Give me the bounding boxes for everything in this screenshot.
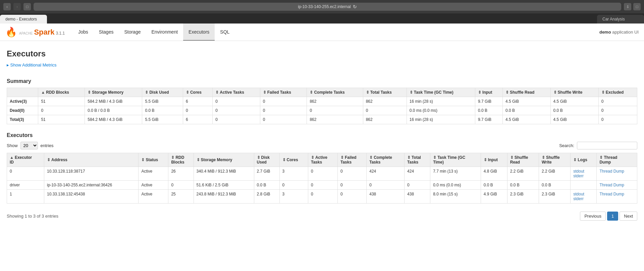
main-nav: Jobs Stages Storage Environment Executor… <box>73 24 235 41</box>
exec-cell: 0 <box>367 181 405 190</box>
page-1-button[interactable]: 1 <box>607 212 618 221</box>
address-bar: ip-10-33-140-255.ec2.internal ↻ <box>34 3 621 11</box>
search-input[interactable] <box>577 142 637 149</box>
summary-cell: 4.5 GiB <box>550 97 598 106</box>
summary-cell: 0.0 ms (0.0 ms) <box>407 106 475 115</box>
log-link[interactable]: stdout <box>573 192 594 196</box>
summary-th-active-tasks[interactable]: ⇕Active Tasks <box>213 88 260 97</box>
summary-cell: Active(3) <box>7 97 38 106</box>
nav-sql[interactable]: SQL <box>215 24 235 41</box>
exec-th-total-tasks[interactable]: ⇕TotalTasks <box>405 153 430 167</box>
back-button[interactable]: ‹ <box>3 3 11 10</box>
summary-th-rdd-blocks[interactable]: ▲RDD Blocks <box>38 88 85 97</box>
nav-stages[interactable]: Stages <box>94 24 119 41</box>
thread-dump-link[interactable]: Thread Dump <box>599 183 624 187</box>
log-link[interactable]: stdout <box>573 169 594 174</box>
show-metrics-link[interactable]: ▸ Show Additional Metrics <box>7 62 57 67</box>
executors-heading: Executors <box>7 132 637 138</box>
summary-th-cores[interactable]: ⇕Cores <box>183 88 212 97</box>
tab-car-analysis[interactable]: Car Analysis <box>597 15 644 24</box>
exec-th-storage-memory[interactable]: ⇕Storage Memory <box>194 153 254 167</box>
summary-table-row: Dead(0)00.0 B / 0.0 B0.0 B000000.0 ms (0… <box>7 106 637 115</box>
summary-th-excluded[interactable]: ⇕Excluded <box>598 88 637 97</box>
executor-table-row: driverip-10-33-140-255.ec2.internal:3642… <box>7 181 637 190</box>
exec-cell: 0.0 B <box>481 181 507 190</box>
exec-cell: 438 <box>405 190 430 204</box>
exec-cell: 438 <box>367 190 405 204</box>
exec-th-complete-tasks[interactable]: ⇕CompleteTasks <box>367 153 405 167</box>
summary-cell: 0 <box>598 106 637 115</box>
exec-th-rdd-blocks[interactable]: ⇕RDDBlocks <box>168 153 194 167</box>
page-title: Executors <box>7 49 637 58</box>
tab-demo-executors[interactable]: demo - Executors <box>0 15 47 24</box>
summary-cell: 9.7 GiB <box>475 97 503 106</box>
exec-th-thread-dump[interactable]: ⇕ThreadDump <box>597 153 637 167</box>
exec-th-shuffle-write[interactable]: ⇕ShuffleWrite <box>539 153 571 167</box>
exec-th-logs[interactable]: ⇕Logs <box>571 153 597 167</box>
summary-cell: 0 <box>363 106 407 115</box>
exec-cell: 0 <box>337 190 366 204</box>
tab-car-analysis-label: Car Analysis <box>602 17 625 21</box>
forward-button[interactable]: › <box>13 3 21 10</box>
exec-th-active-tasks[interactable]: ⇕ActiveTasks <box>308 153 337 167</box>
previous-button[interactable]: Previous <box>580 212 606 221</box>
exec-th-task-time[interactable]: ⇕Task Time (GCTime) <box>430 153 481 167</box>
nav-executors[interactable]: Executors <box>183 24 215 41</box>
main-content: Executors ▸ Show Additional Metrics Summ… <box>0 41 644 271</box>
exec-th-cores[interactable]: ⇕Cores <box>279 153 308 167</box>
entries-label: entries <box>41 143 54 148</box>
exec-cell: 25 <box>168 190 194 204</box>
spark-logo: 🔥 APACHE Spark 3.1.1 <box>5 27 65 38</box>
exec-thread-dump-cell: Thread Dump <box>597 190 637 204</box>
thread-dump-link[interactable]: Thread Dump <box>599 169 624 174</box>
app-suffix: application UI <box>611 30 639 35</box>
layout-button[interactable]: □ <box>23 3 31 10</box>
exec-cell: 340.4 MiB / 912.3 MiB <box>194 167 254 181</box>
next-button[interactable]: Next <box>620 212 637 221</box>
log-link[interactable]: stderr <box>573 174 594 178</box>
summary-cell: 16 min (28 s) <box>407 115 475 124</box>
pagination-buttons: Previous 1 Next <box>580 212 637 221</box>
summary-cell: 6 <box>183 97 212 106</box>
summary-th-input[interactable]: ⇕Input <box>475 88 503 97</box>
browser-chrome: ‹ › □ ip-10-33-140-255.ec2.internal ↻ ⇩ … <box>0 0 644 13</box>
spark-wordmark: Spark <box>34 28 54 37</box>
tab-demo-executors-label: demo - Executors <box>5 17 37 21</box>
nav-jobs[interactable]: Jobs <box>73 24 94 41</box>
share-button[interactable]: ⇩ <box>624 3 631 10</box>
entries-select[interactable]: 20 50 100 <box>20 142 38 149</box>
exec-cell: 424 <box>367 167 405 181</box>
exec-th-failed-tasks[interactable]: ⇕FailedTasks <box>337 153 366 167</box>
exec-th-input[interactable]: ⇕Input <box>481 153 507 167</box>
exec-th-address[interactable]: ⇕Address <box>44 153 138 167</box>
summary-th-storage-memory[interactable]: ⇕Storage Memory <box>85 88 142 97</box>
new-tab-button[interactable]: □ <box>633 3 641 10</box>
summary-th-shuffle-read[interactable]: ⇕Shuffle Read <box>502 88 550 97</box>
exec-th-shuffle-read[interactable]: ⇕ShuffleRead <box>507 153 539 167</box>
exec-cell: 0 <box>405 181 430 190</box>
nav-storage[interactable]: Storage <box>119 24 146 41</box>
summary-cell: 0 <box>183 106 212 115</box>
exec-th-disk-used[interactable]: ⇕DiskUsed <box>254 153 279 167</box>
exec-cell: 0 <box>168 181 194 190</box>
nav-environment[interactable]: Environment <box>146 24 183 41</box>
summary-cell: 0 <box>260 106 307 115</box>
summary-th-failed-tasks[interactable]: ⇕Failed Tasks <box>260 88 307 97</box>
summary-th-shuffle-write[interactable]: ⇕Shuffle Write <box>550 88 598 97</box>
exec-th-status[interactable]: ⇕Status <box>139 153 168 167</box>
exec-cell: 2.2 GiB <box>507 167 539 181</box>
exec-th-id[interactable]: ▲ExecutorID <box>7 153 44 167</box>
summary-th-complete-tasks[interactable]: ⇕Complete Tasks <box>307 88 363 97</box>
exec-cell: 51.6 KiB / 2.5 GiB <box>194 181 254 190</box>
exec-cell: 8.0 min (15 s) <box>430 190 481 204</box>
executors-table-wrapper: ▲ExecutorID ⇕Address ⇕Status ⇕RDDBlocks … <box>7 153 637 204</box>
summary-cell: 584.2 MiB / 4.3 GiB <box>85 97 142 106</box>
summary-th-disk-used[interactable]: ⇕Disk Used <box>142 88 183 97</box>
log-link[interactable]: stderr <box>573 196 594 201</box>
summary-th-empty[interactable] <box>7 88 38 97</box>
exec-cell: 0 <box>308 181 337 190</box>
summary-cell: 0 <box>260 115 307 124</box>
summary-th-total-tasks[interactable]: ⇕Total Tasks <box>363 88 407 97</box>
summary-th-task-time[interactable]: ⇕Task Time (GC Time) <box>407 88 475 97</box>
thread-dump-link[interactable]: Thread Dump <box>599 192 624 196</box>
